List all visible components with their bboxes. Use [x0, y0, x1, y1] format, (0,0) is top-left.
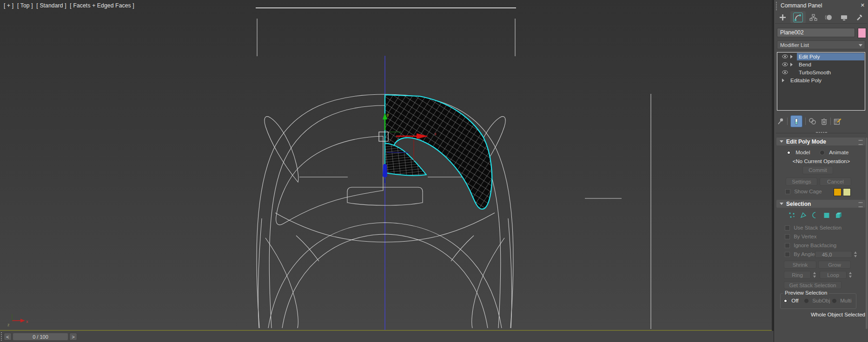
animate-radio[interactable]: Animate	[820, 150, 848, 155]
viewport-menu-pov[interactable]: [ Top ]	[17, 2, 33, 9]
toolbar-grip[interactable]	[1, 332, 3, 341]
grow-button[interactable]: Grow	[818, 261, 851, 269]
show-end-result-button[interactable]	[790, 115, 802, 127]
shrink-button[interactable]: Shrink	[784, 261, 816, 269]
checkbox-icon[interactable]	[785, 225, 790, 230]
previous-frame-button[interactable]: <	[4, 333, 12, 341]
edge-icon[interactable]	[800, 211, 807, 219]
loop-spinner[interactable]	[848, 271, 853, 278]
tab-motion[interactable]	[821, 11, 836, 23]
use-stack-selection-checkbox[interactable]: Use Stack Selection	[785, 225, 841, 230]
model-radio[interactable]: Model	[786, 150, 810, 155]
panel-drag-handle[interactable]	[776, 2, 778, 10]
tripod-z-label: z	[7, 322, 10, 327]
by-angle-spinner[interactable]	[853, 251, 858, 258]
expand-arrow-icon[interactable]	[790, 63, 797, 66]
stack-row-edit-poly[interactable]: Edit Poly	[777, 53, 865, 60]
element-icon[interactable]	[835, 211, 842, 219]
next-frame-button[interactable]: >	[69, 333, 77, 341]
expand-arrow-icon[interactable]	[790, 55, 797, 59]
selected-mesh-plane002[interactable]	[385, 95, 492, 209]
checkbox-icon[interactable]	[785, 189, 790, 194]
chevron-down-icon	[859, 44, 862, 46]
checkbox-icon[interactable]	[785, 252, 790, 257]
rollout-selection[interactable]: Selection	[776, 200, 865, 208]
get-stack-selection-button[interactable]: Get Stack Selection	[784, 281, 841, 289]
tab-utilities[interactable]	[852, 11, 867, 23]
stack-row-bend[interactable]: Bend	[777, 60, 865, 68]
by-angle-checkbox[interactable]: By Angle:	[785, 251, 816, 257]
viewport-menu-general[interactable]: [ + ]	[4, 2, 13, 9]
viewport-menu-renderer[interactable]: [ Standard ]	[36, 2, 66, 9]
tab-hierarchy[interactable]	[806, 11, 821, 23]
preview-subobj-label: SubObj	[812, 298, 830, 303]
cage-color-swatch-2[interactable]	[843, 188, 851, 196]
tripod-x-label: x	[26, 319, 28, 324]
stack-item-label[interactable]: Editable Poly	[788, 77, 823, 84]
divider	[830, 118, 831, 125]
divider-grip[interactable]	[816, 132, 827, 133]
close-icon[interactable]: ✕	[861, 2, 865, 8]
cancel-button[interactable]: Cancel	[820, 178, 851, 186]
modifier-list-dropdown[interactable]: Modifier List	[777, 40, 865, 49]
panel-tabs	[775, 11, 867, 24]
radio-icon[interactable]	[804, 298, 809, 303]
time-slider-frame-field[interactable]: 0 / 100	[13, 333, 68, 341]
rollout-grip-icon	[859, 202, 862, 207]
object-name-field[interactable]: Plane002	[777, 28, 855, 37]
ignore-backfacing-checkbox[interactable]: Ignore Backfacing	[785, 243, 836, 248]
ring-spinner[interactable]	[812, 271, 817, 278]
stack-row-turbosmooth[interactable]: TurboSmooth	[777, 68, 865, 76]
viewport-canvas[interactable]: y x x z	[0, 0, 772, 330]
preview-subobj-radio[interactable]: SubObj	[804, 298, 830, 303]
eye-icon[interactable]	[782, 54, 790, 59]
radio-icon[interactable]	[820, 150, 825, 155]
commit-button[interactable]: Commit	[802, 166, 833, 174]
by-angle-field[interactable]: 45,0	[815, 251, 852, 258]
configure-modifier-sets-icon[interactable]	[834, 118, 841, 125]
stack-item-label[interactable]: Bend	[797, 61, 813, 68]
preview-multi-radio[interactable]: Multi	[832, 298, 851, 303]
stack-item-label[interactable]: TurboSmooth	[797, 69, 833, 76]
trash-icon[interactable]	[821, 118, 828, 125]
make-unique-icon[interactable]	[808, 118, 817, 125]
axis-tripod: x z	[7, 314, 28, 327]
expand-arrow-icon[interactable]	[782, 79, 788, 82]
viewport-menu-shading[interactable]: [ Facets + Edged Faces ]	[70, 2, 134, 9]
stack-item-label[interactable]: Edit Poly	[797, 53, 864, 60]
by-angle-label: By Angle:	[794, 251, 816, 257]
radio-icon[interactable]	[832, 298, 837, 303]
ring-button[interactable]: Ring	[784, 271, 811, 279]
stack-row-editable-poly[interactable]: Editable Poly	[777, 76, 865, 84]
by-vertex-checkbox[interactable]: By Vertex	[785, 234, 816, 239]
polygon-icon[interactable]	[823, 211, 830, 219]
tab-display[interactable]	[836, 11, 852, 23]
eye-icon[interactable]	[782, 62, 790, 66]
tab-create[interactable]	[775, 11, 790, 23]
show-cage-checkbox[interactable]: Show Cage	[785, 189, 822, 194]
panel-scrollbar[interactable]	[866, 138, 868, 329]
viewport-top[interactable]: y x x z [ + ] [ Top ] [ Standard ] [ Fac…	[0, 0, 772, 330]
checkbox-icon[interactable]	[785, 234, 790, 239]
fender-right	[508, 218, 512, 328]
object-color-swatch[interactable]	[858, 28, 866, 38]
rollout-title: Edit Poly Mode	[786, 138, 826, 145]
loop-button[interactable]: Loop	[820, 271, 847, 279]
eye-icon[interactable]	[782, 70, 790, 74]
cage-color-swatch-1[interactable]	[834, 188, 841, 196]
preview-off-radio[interactable]: Off	[783, 298, 798, 303]
current-operation-text: <No Current Operation>	[774, 158, 868, 164]
tab-modify[interactable]	[790, 11, 806, 23]
rollout-grip-icon	[859, 140, 862, 145]
radio-icon[interactable]	[786, 150, 791, 155]
by-vertex-label: By Vertex	[794, 234, 816, 239]
pin-stack-icon[interactable]	[777, 118, 784, 125]
settings-button[interactable]: Settings	[786, 178, 817, 186]
vertex-icon[interactable]	[788, 211, 795, 219]
rollout-edit-poly-mode[interactable]: Edit Poly Mode	[776, 138, 865, 145]
border-icon[interactable]	[811, 211, 819, 219]
checkbox-icon[interactable]	[785, 243, 790, 248]
rollout-collapse-icon	[780, 203, 783, 205]
show-cage-label: Show Cage	[794, 189, 822, 194]
radio-icon[interactable]	[783, 298, 788, 303]
